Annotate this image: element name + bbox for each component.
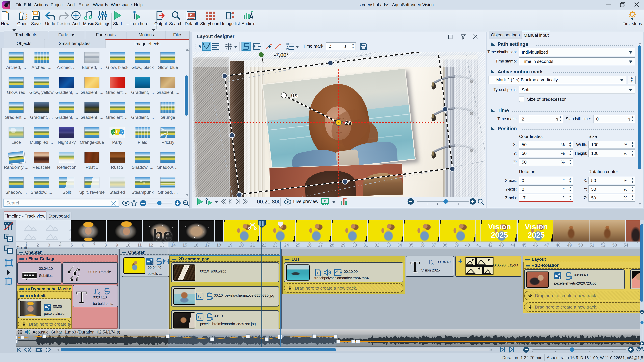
svg-text:T: T — [428, 258, 432, 266]
svg-text:A: A — [147, 260, 149, 263]
svg-text:B: B — [558, 276, 560, 279]
svg-text:B: B — [48, 308, 50, 311]
svg-text:2s: 2s — [345, 120, 351, 126]
svg-text:x: x — [200, 295, 201, 299]
svg-text:A: A — [44, 306, 46, 309]
svg-text:x: x — [200, 316, 201, 320]
svg-text:0s: 0s — [291, 92, 298, 98]
svg-text:T: T — [93, 287, 98, 296]
svg-text:-7,00°: -7,00° — [274, 52, 288, 58]
svg-text:B: B — [150, 262, 152, 265]
svg-text:A: A — [555, 274, 557, 277]
svg-text:f: f — [198, 294, 200, 299]
svg-text:f: f — [198, 315, 200, 320]
